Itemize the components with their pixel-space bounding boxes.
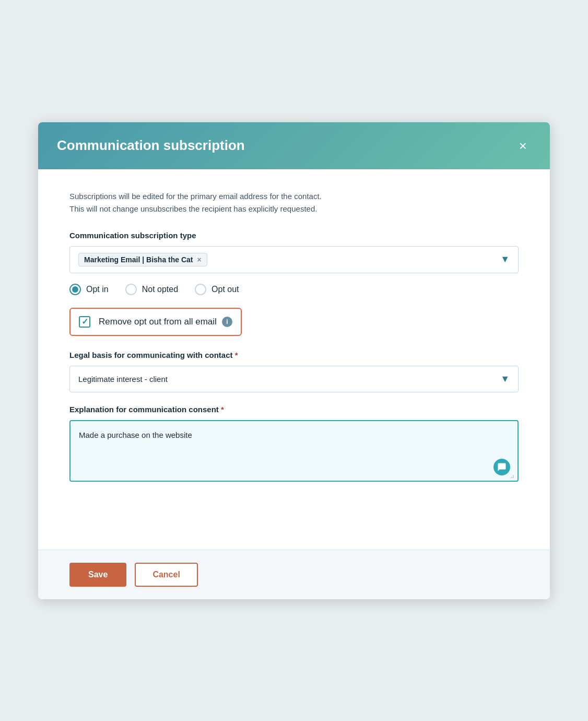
subscription-type-dropdown[interactable]: Marketing Email | Bisha the Cat × ▼ [69,246,519,273]
info-icon[interactable]: i [222,317,232,327]
checkmark-icon: ✓ [81,317,88,327]
remove-opt-out-checkbox[interactable]: ✓ [79,316,90,328]
radio-opt-out[interactable]: Opt out [195,284,239,295]
legal-basis-label: Legal basis for communicating with conta… [69,351,519,359]
modal-body: Subscriptions will be edited for the pri… [38,169,550,550]
radio-opt-in[interactable]: Opt in [69,284,109,295]
subscription-type-label: Communication subscription type [69,231,519,240]
modal-title: Communication subscription [57,137,245,154]
radio-opt-out-label: Opt out [211,285,239,294]
legal-basis-dropdown[interactable]: Legitimate interest - client ▼ [69,366,519,392]
radio-not-opted[interactable]: Not opted [125,284,178,295]
radio-circle-not-opted [125,284,137,295]
save-button[interactable]: Save [69,563,126,587]
spacer [69,492,519,534]
radio-circle-opt-in [69,284,81,295]
radio-group: Opt in Not opted Opt out [69,284,519,295]
explanation-section: Explanation for communication consent * … [69,405,519,482]
explanation-textarea-wrapper: ⊿ [69,420,519,482]
explanation-required-star: * [221,405,224,414]
chat-icon [493,459,510,475]
explanation-label: Explanation for communication consent * [69,405,519,414]
close-button[interactable]: × [515,137,531,155]
description: Subscriptions will be edited for the pri… [69,190,519,215]
radio-circle-opt-out [195,284,206,295]
legal-required-star: * [235,351,238,359]
remove-opt-out-label: Remove opt out from all email i [99,317,232,327]
legal-dropdown-arrow-icon: ▼ [500,374,510,385]
modal-footer: Save Cancel [38,550,550,599]
remove-opt-out-row: ✓ Remove opt out from all email i [69,308,242,336]
radio-opt-in-label: Opt in [86,285,109,294]
radio-not-opted-label: Not opted [142,285,178,294]
legal-basis-value: Legitimate interest - client [78,375,168,383]
subscription-tag: Marketing Email | Bisha the Cat × [78,253,207,266]
modal-header: Communication subscription × [38,122,550,169]
cancel-button[interactable]: Cancel [135,563,197,587]
explanation-textarea[interactable] [70,421,518,479]
resize-handle[interactable]: ⊿ [510,473,516,480]
communication-subscription-modal: Communication subscription × Subscriptio… [38,122,550,599]
legal-basis-section: Legal basis for communicating with conta… [69,351,519,392]
dropdown-arrow-icon: ▼ [500,254,510,265]
tag-remove-button[interactable]: × [197,255,202,264]
